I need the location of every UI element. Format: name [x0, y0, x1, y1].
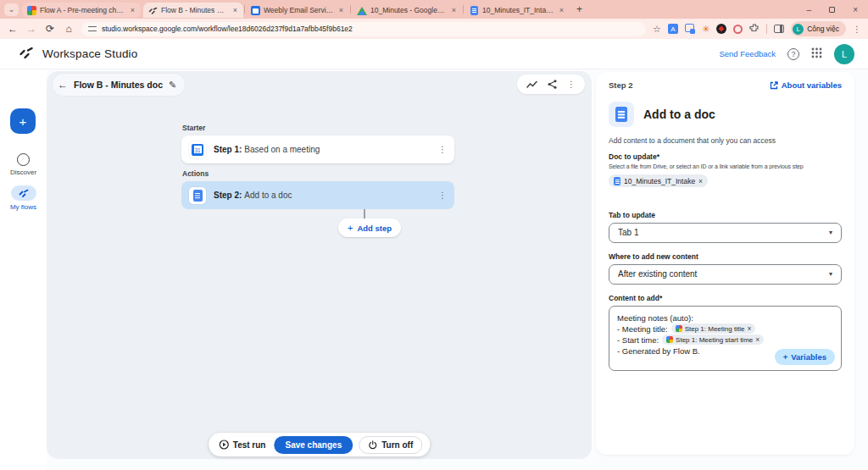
select-value: Tab 1	[618, 228, 638, 237]
flow-title-bar: ← Flow B - Minutes doc ✎	[53, 74, 185, 96]
side-panel-icon[interactable]	[774, 25, 784, 33]
browser-tab-flow-b[interactable]: Flow B - Minutes doc - Google ×	[143, 3, 243, 18]
docs-icon	[614, 177, 620, 185]
where-to-add-select[interactable]: After existing content ▾	[609, 264, 842, 285]
reload-button[interactable]: ⟳	[44, 23, 56, 35]
plus-icon: +	[783, 351, 788, 362]
remove-variable-icon[interactable]: ×	[755, 335, 760, 346]
save-changes-button[interactable]: Save changes	[274, 436, 353, 454]
share-icon[interactable]	[548, 77, 557, 92]
app-header: Workspace Studio Send Feedback ? L	[0, 39, 868, 69]
window-close-button[interactable]: ×	[853, 5, 858, 14]
content-to-add-textarea[interactable]: Meeting notes (auto): - Meeting title: S…	[609, 306, 842, 371]
tab-separator	[463, 5, 464, 14]
actions-section-label: Actions	[182, 169, 209, 178]
step-1-card[interactable]: Step 1:Based on a meeting ⋮	[181, 135, 454, 163]
create-flow-button[interactable]: +	[10, 108, 36, 134]
google-calendar-favicon-icon	[251, 6, 260, 15]
avatar[interactable]: L	[834, 44, 854, 64]
tab-close-icon[interactable]: ×	[130, 6, 136, 14]
starter-section-label: Starter	[182, 124, 205, 132]
content-line: Meeting notes (auto):	[617, 312, 833, 323]
window-minimize-button[interactable]: –	[807, 5, 812, 14]
window-restore-button[interactable]	[829, 7, 835, 13]
extension-icon[interactable]: ✳	[702, 24, 709, 35]
where-to-add-label: Where to add new content	[609, 252, 842, 261]
help-icon[interactable]: ?	[787, 48, 799, 60]
add-step-label: Add step	[357, 224, 392, 233]
bookmark-star-icon[interactable]: ☆	[653, 24, 661, 35]
extensions-menu-icon[interactable]	[749, 21, 760, 36]
remove-doc-icon[interactable]: ×	[698, 177, 703, 185]
selected-doc-chip[interactable]: 10_Minutes_IT_Intake ×	[609, 174, 708, 187]
canvas-menu-icon[interactable]: ⋮	[567, 80, 576, 89]
sidebar-item-discover[interactable]: Discover	[0, 153, 47, 176]
flow-title: Flow B - Minutes doc	[74, 80, 163, 90]
sidebar-item-label: Discover	[0, 169, 47, 176]
flow-action-bar: Test run Save changes Turn off	[209, 433, 430, 456]
caret-down-icon: ▾	[829, 229, 832, 236]
browser-menu-icon[interactable]: ⋮	[853, 25, 861, 34]
tab-close-icon[interactable]: ×	[338, 6, 344, 14]
play-circle-icon	[219, 440, 229, 450]
variable-chip[interactable]: Step 1: Meeting start time ×	[662, 335, 764, 345]
turn-off-button[interactable]: Turn off	[359, 436, 422, 454]
add-step-button[interactable]: + Add step	[338, 218, 401, 237]
step-menu-icon[interactable]: ⋮	[438, 191, 447, 200]
doc-to-update-hint: Select a file from Drive, or select an I…	[609, 163, 842, 169]
step-connector	[364, 209, 365, 218]
tab-to-update-label: Tab to update	[609, 211, 842, 219]
browser-tab-flow-a[interactable]: Flow A - Pre-meeting checklist ×	[22, 3, 141, 18]
step-menu-icon[interactable]: ⋮	[438, 145, 447, 154]
new-tab-button[interactable]: +	[576, 3, 582, 15]
remove-variable-icon[interactable]: ×	[747, 323, 751, 335]
back-arrow-icon[interactable]: ←	[58, 79, 68, 91]
calendar-icon	[676, 325, 682, 332]
insert-variables-button[interactable]: + Variables	[775, 349, 835, 365]
main-area: + Discover My flows ← Flow B - Minutes d…	[0, 69, 868, 470]
power-icon	[368, 440, 377, 450]
docs-icon	[609, 102, 634, 127]
plus-icon: +	[348, 223, 353, 233]
extension-icon[interactable]	[716, 24, 726, 34]
forward-button[interactable]: →	[25, 23, 37, 35]
flows-icon	[19, 188, 29, 198]
step-label: Step 1:Based on a meeting	[214, 145, 431, 154]
browser-tab-intake-doc[interactable]: 10_Minutes_IT_Intake - Google ×	[465, 3, 570, 18]
back-button[interactable]: ←	[7, 23, 19, 35]
profile-chip[interactable]: L Công việc	[791, 21, 846, 36]
extension-icon[interactable]	[733, 25, 743, 34]
tab-to-update-select[interactable]: Tab 1 ▾	[609, 223, 842, 243]
send-feedback-link[interactable]: Send Feedback	[719, 49, 776, 58]
about-variables-link[interactable]: About variables	[770, 80, 842, 90]
test-run-button[interactable]: Test run	[216, 440, 269, 450]
home-button[interactable]: ⌂	[63, 23, 75, 35]
step-2-card[interactable]: Step 2:Add to a doc ⋮	[181, 181, 454, 209]
google-docs-favicon-icon	[470, 6, 479, 15]
edit-pencil-icon[interactable]: ✎	[169, 80, 176, 91]
select-value: After existing content	[618, 269, 697, 279]
tab-title: Flow A - Pre-meeting checklist	[40, 6, 125, 14]
tab-close-icon[interactable]: ×	[559, 6, 565, 14]
variable-chip[interactable]: Step 1: Meeting title ×	[671, 323, 756, 334]
translate-extension-icon[interactable]: A	[668, 24, 678, 34]
tab-title: 10_Minutes - Google Drive	[370, 6, 447, 14]
browser-tab-weebly[interactable]: Weebly Email Service - Calenda ×	[246, 3, 349, 18]
browser-tab-drive[interactable]: 10_Minutes - Google Drive ×	[352, 3, 462, 18]
doc-chip-label: 10_Minutes_IT_Intake	[624, 177, 695, 185]
screenshot-extension-icon[interactable]	[685, 24, 695, 34]
site-settings-icon[interactable]	[88, 25, 97, 32]
panel-step-label: Step 2	[609, 80, 633, 90]
docs-icon	[189, 187, 206, 204]
tab-close-icon[interactable]: ×	[451, 6, 457, 14]
sidebar-item-my-flows[interactable]: My flows	[0, 185, 47, 211]
profile-name: Công việc	[807, 25, 839, 33]
activity-icon[interactable]	[526, 77, 537, 92]
content-to-add-label: Content to add*	[609, 294, 842, 302]
tab-search-button[interactable]: ⌄	[4, 3, 19, 16]
compass-icon	[17, 153, 30, 166]
browser-tab-strip: ⌄ Flow A - Pre-meeting checklist × Flow …	[0, 0, 868, 19]
apps-grid-icon[interactable]	[811, 47, 822, 62]
address-bar[interactable]: studio.workspace.google.com/workflow/lee…	[81, 22, 646, 36]
tab-close-icon[interactable]: ×	[232, 6, 238, 14]
